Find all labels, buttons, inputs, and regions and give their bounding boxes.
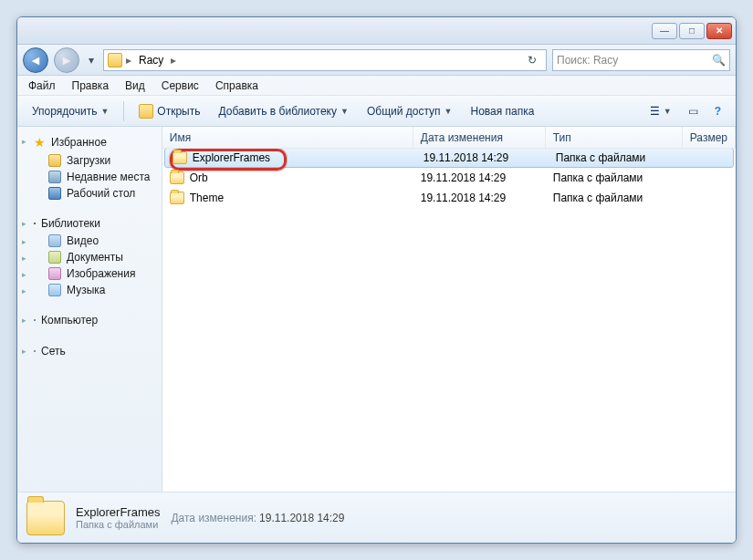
menu-file[interactable]: Файл <box>21 78 63 94</box>
history-dropdown-icon[interactable]: ▾ <box>85 50 98 70</box>
add-to-library-button[interactable]: Добавить в библиотеку▼ <box>211 102 355 120</box>
downloads-icon <box>48 154 61 167</box>
share-button[interactable]: Общий доступ▼ <box>360 102 460 120</box>
help-button[interactable]: ? <box>707 102 728 120</box>
network-icon <box>34 350 36 352</box>
sidebar-libraries-header[interactable]: ▸Библиотеки <box>17 214 162 233</box>
search-placeholder: Поиск: Racy <box>557 54 618 67</box>
open-button[interactable]: Открыть <box>131 101 207 121</box>
sidebar-computer[interactable]: ▸Компьютер <box>17 311 162 329</box>
column-headers: Имя Дата изменения Тип Размер <box>162 127 736 149</box>
view-mode-button[interactable]: ☰▼ <box>643 102 679 120</box>
folder-icon <box>173 151 187 164</box>
music-icon <box>48 284 61 296</box>
search-input[interactable]: Поиск: Racy 🔍 <box>552 49 730 71</box>
refresh-icon[interactable]: ↻ <box>522 54 542 67</box>
toolbar: Упорядочить▼ Открыть Добавить в библиоте… <box>17 96 736 127</box>
sidebar-item-recent[interactable]: Недавние места <box>17 169 162 185</box>
new-folder-button[interactable]: Новая папка <box>463 102 541 120</box>
star-icon: ★ <box>34 135 46 150</box>
menubar: Файл Правка Вид Сервис Справка <box>17 76 736 96</box>
search-icon: 🔍 <box>712 54 726 67</box>
nav-network: ▸Сеть <box>17 342 162 360</box>
explorer-window: — □ ✕ ◄ ► ▾ ▸ Racy ▸ ↻ Поиск: Racy 🔍 Фай… <box>16 16 737 544</box>
nav-row: ◄ ► ▾ ▸ Racy ▸ ↻ Поиск: Racy 🔍 <box>17 45 736 76</box>
details-date: Дата изменения: 19.11.2018 14:29 <box>171 512 344 524</box>
libraries-icon <box>34 223 36 224</box>
file-name: ExplorerFrames <box>193 151 270 164</box>
nav-libraries: ▸Библиотеки ▸Видео ▸Документы ▸Изображен… <box>17 214 162 298</box>
sidebar-item-images[interactable]: ▸Изображения <box>17 265 162 282</box>
organize-button[interactable]: Упорядочить▼ <box>25 102 116 120</box>
maximize-button[interactable]: □ <box>679 23 705 39</box>
sidebar-item-video[interactable]: ▸Видео <box>17 233 162 249</box>
details-type: Папка с файлами <box>76 519 160 530</box>
menu-edit[interactable]: Правка <box>65 78 117 94</box>
folder-icon <box>108 53 122 67</box>
titlebar: — □ ✕ <box>17 17 736 45</box>
forward-button[interactable]: ► <box>54 47 79 73</box>
address-bar[interactable]: ▸ Racy ▸ ↻ <box>103 49 547 71</box>
menu-tools[interactable]: Сервис <box>154 78 206 94</box>
sidebar-item-desktop[interactable]: Рабочий стол <box>17 185 162 202</box>
content-pane: Имя Дата изменения Тип Размер ExplorerFr… <box>162 127 736 492</box>
sidebar-item-downloads[interactable]: Загрузки <box>17 152 162 169</box>
images-icon <box>48 267 61 280</box>
file-type: Папка с файлами <box>546 171 683 184</box>
file-row[interactable]: Orb19.11.2018 14:29Папка с файлами <box>162 168 736 188</box>
details-name: ExplorerFrames <box>76 505 160 519</box>
breadcrumb-sep: ▸ <box>126 54 131 67</box>
file-date: 19.11.2018 14:29 <box>416 151 549 164</box>
menu-help[interactable]: Справка <box>208 78 266 94</box>
file-date: 19.11.2018 14:29 <box>413 192 546 204</box>
computer-icon <box>34 319 36 321</box>
preview-pane-button[interactable]: ▭ <box>681 102 706 120</box>
desktop-icon <box>48 187 61 200</box>
documents-icon <box>48 251 61 264</box>
sidebar-item-music[interactable]: ▸Музыка <box>17 282 162 298</box>
breadcrumb-folder[interactable]: Racy <box>135 54 167 67</box>
sidebar-item-documents[interactable]: ▸Документы <box>17 249 162 265</box>
file-date: 19.11.2018 14:29 <box>413 171 546 184</box>
back-button[interactable]: ◄ <box>23 47 48 73</box>
folder-icon <box>170 192 184 204</box>
folder-icon <box>170 171 184 184</box>
sidebar: ▸★Избранное Загрузки Недавние места Рабо… <box>17 127 162 492</box>
folder-icon <box>139 104 153 119</box>
file-row[interactable]: Theme19.11.2018 14:29Папка с файлами <box>162 188 736 208</box>
col-type[interactable]: Тип <box>546 127 683 148</box>
file-list[interactable]: ExplorerFrames19.11.2018 14:29Папка с фа… <box>162 149 736 492</box>
folder-icon-large <box>26 501 65 535</box>
file-row[interactable]: ExplorerFrames19.11.2018 14:29Папка с фа… <box>164 149 734 168</box>
col-size[interactable]: Размер <box>683 127 736 148</box>
recent-icon <box>48 171 61 183</box>
nav-computer: ▸Компьютер <box>17 311 162 329</box>
nav-favorites: ▸★Избранное Загрузки Недавние места Рабо… <box>17 132 162 202</box>
file-name: Theme <box>190 192 224 204</box>
breadcrumb-sep[interactable]: ▸ <box>171 54 176 67</box>
file-name: Orb <box>190 171 208 184</box>
sidebar-network[interactable]: ▸Сеть <box>17 342 162 360</box>
sidebar-favorites-header[interactable]: ▸★Избранное <box>17 132 162 152</box>
col-name[interactable]: Имя <box>162 127 413 148</box>
file-type: Папка с файлами <box>546 192 683 204</box>
body: ▸★Избранное Загрузки Недавние места Рабо… <box>17 127 736 492</box>
details-pane: ExplorerFrames Папка с файлами Дата изме… <box>17 492 736 543</box>
col-date[interactable]: Дата изменения <box>413 127 546 148</box>
separator <box>123 101 124 121</box>
close-button[interactable]: ✕ <box>706 23 732 39</box>
file-type: Папка с файлами <box>549 151 685 164</box>
minimize-button[interactable]: — <box>652 23 677 39</box>
video-icon <box>48 234 61 247</box>
menu-view[interactable]: Вид <box>118 78 152 94</box>
